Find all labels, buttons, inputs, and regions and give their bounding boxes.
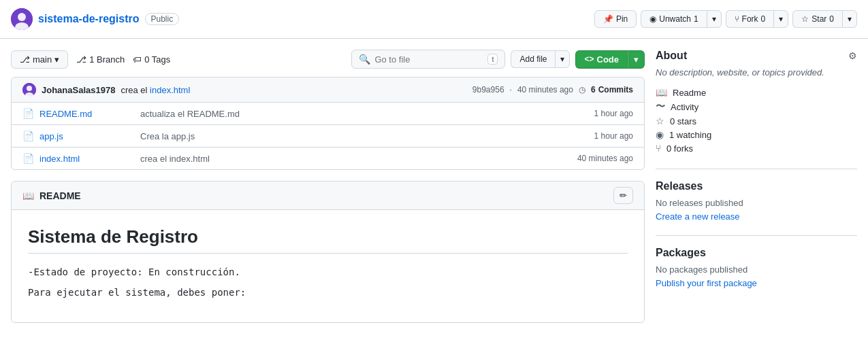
commit-username[interactable]: JohanaSalas1978: [42, 85, 115, 95]
file-name-link[interactable]: index.html: [39, 154, 135, 164]
file-name-link[interactable]: app.js: [39, 131, 135, 141]
watch-dropdown-button[interactable]: ▾: [707, 10, 722, 28]
sidebar-divider: [656, 169, 857, 169]
fork-group: ⑂ Fork 0 ▾: [726, 10, 789, 28]
file-time: 1 hour ago: [594, 131, 633, 141]
svg-point-1: [18, 13, 26, 21]
commits-count: 6: [591, 85, 596, 94]
repo-content: ⎇ main ▾ ⎇ 1 Branch 🏷 0 Tags 🔍 t: [11, 50, 645, 323]
add-file-chevron: ▾: [560, 54, 564, 64]
commit-hash[interactable]: 9b9a956: [472, 85, 504, 94]
readme-title: 📖 README: [22, 190, 81, 201]
tag-count-link[interactable]: 🏷 0 Tags: [133, 54, 170, 65]
star-dropdown-button[interactable]: ▾: [842, 10, 857, 28]
star-count: 0: [829, 14, 834, 24]
file-name-link[interactable]: README.md: [39, 109, 135, 119]
repo-name[interactable]: sistema-de-registro: [38, 13, 140, 25]
code-group: <> Code ▾: [575, 50, 645, 69]
repo-header: sistema-de-registro Public 📌 Pin ◉ Unwat…: [0, 0, 868, 39]
branch-link-label: 1 Branch: [89, 54, 125, 65]
star-button[interactable]: ☆ Star 0: [792, 10, 842, 28]
edit-readme-button[interactable]: ✏: [613, 187, 633, 204]
code-dropdown[interactable]: ▾: [628, 50, 645, 69]
watch-button[interactable]: ◉ Unwatch 1: [641, 10, 706, 28]
readme-line2: Para ejecutar el sistema, debes poner:: [28, 285, 628, 300]
file-commit-msg: actualiza el README.md: [140, 109, 589, 119]
toolbar-row: ⎇ main ▾ ⎇ 1 Branch 🏷 0 Tags 🔍 t: [11, 50, 645, 69]
packages-section: Packages No packages published Publish y…: [656, 247, 857, 288]
commit-bar: JohanaSalas1978 crea el index.html 9b9a9…: [12, 78, 644, 103]
add-file-button[interactable]: Add file: [511, 50, 555, 68]
search-input[interactable]: [374, 54, 483, 65]
branch-count-link[interactable]: ⎇ 1 Branch: [76, 54, 125, 65]
commit-message-link[interactable]: index.html: [150, 85, 190, 95]
file-commit-link[interactable]: index.html: [170, 154, 210, 164]
publish-package-link[interactable]: Publish your first package: [656, 278, 757, 288]
branch-name: main: [33, 54, 52, 65]
commit-message: crea el index.html: [120, 85, 190, 95]
table-row: 📄 index.html crea el index.html 40 minut…: [12, 148, 644, 169]
about-description: No description, website, or topics provi…: [656, 67, 857, 78]
activity-sidebar-link[interactable]: 〜 Activity: [656, 99, 857, 114]
gear-icon[interactable]: ⚙: [848, 50, 857, 61]
pin-button[interactable]: 📌 Pin: [594, 10, 637, 28]
svg-point-4: [27, 86, 32, 91]
commit-bar-left: JohanaSalas1978 crea el index.html: [22, 83, 190, 97]
activity-sidebar-label: Activity: [671, 102, 698, 112]
branch-selector[interactable]: ⎇ main ▾: [11, 50, 68, 69]
commit-separator: ·: [510, 85, 512, 94]
about-header: About ⚙: [656, 50, 857, 62]
branch-chevron: ▾: [54, 54, 59, 65]
readme-box: 📖 README ✏ Sistema de Registro -Estado d…: [11, 181, 645, 323]
fork-button[interactable]: ⑂ Fork 0: [726, 10, 774, 28]
add-file-group: Add file ▾: [511, 50, 570, 68]
readme-sidebar-label: Readme: [673, 88, 706, 98]
eye-sidebar-icon: ◉: [656, 129, 664, 140]
fork-label: Fork: [742, 14, 758, 24]
eye-icon: ◉: [649, 14, 656, 24]
watching-label: 1 watching: [669, 130, 711, 140]
readme-title-text: README: [39, 190, 81, 201]
forks-sidebar-link[interactable]: ⑂ 0 forks: [656, 141, 857, 155]
stars-label: 0 stars: [670, 116, 696, 126]
file-icon: 📄: [22, 108, 34, 119]
star-icon: ☆: [801, 14, 809, 24]
file-commit-link[interactable]: README.md: [187, 109, 240, 119]
commit-avatar: [22, 83, 36, 97]
add-file-dropdown[interactable]: ▾: [555, 50, 570, 68]
watch-count: 1: [694, 14, 698, 24]
watch-chevron-icon: ▾: [712, 14, 716, 24]
fork-sidebar-icon: ⑂: [656, 143, 661, 154]
file-commit-msg: crea el index.html: [140, 154, 572, 164]
code-chevron: ▾: [634, 54, 639, 65]
file-table: JohanaSalas1978 crea el index.html 9b9a9…: [11, 77, 645, 170]
file-time: 40 minutes ago: [577, 154, 633, 163]
code-icon: <>: [584, 54, 594, 64]
readme-sidebar-link[interactable]: 📖 Readme: [656, 86, 857, 99]
star-chevron-icon: ▾: [848, 14, 852, 24]
commit-time: 40 minutes ago: [517, 85, 573, 94]
tag-icon: 🏷: [133, 54, 142, 65]
file-commit-msg: Crea la app.js: [140, 131, 589, 141]
commits-count-link[interactable]: 6 Commits: [591, 85, 633, 94]
commits-label: Commits: [598, 85, 633, 94]
watch-label: Unwatch: [659, 14, 691, 24]
fork-count: 0: [761, 14, 766, 24]
goto-file-search: 🔍 t: [351, 50, 505, 69]
create-release-link[interactable]: Create a new release: [656, 211, 740, 222]
activity-icon: 〜: [656, 101, 665, 113]
sidebar-divider-2: [656, 235, 857, 236]
star-group: ☆ Star 0 ▾: [792, 10, 857, 28]
book-icon: 📖: [22, 190, 34, 201]
header-actions: 📌 Pin ◉ Unwatch 1 ▾ ⑂ Fork 0 ▾: [594, 10, 857, 28]
readme-heading: Sistema de Registro: [28, 226, 628, 254]
fork-dropdown-button[interactable]: ▾: [773, 10, 788, 28]
stars-sidebar-link[interactable]: ☆ 0 stars: [656, 114, 857, 128]
code-button[interactable]: <> Code: [575, 50, 628, 69]
fork-icon: ⑂: [735, 14, 739, 24]
readme-content: Sistema de Registro -Estado de proyecto:…: [12, 210, 644, 322]
add-file-label: Add file: [519, 54, 547, 64]
watching-sidebar-link[interactable]: ◉ 1 watching: [656, 128, 857, 141]
pencil-icon: ✏: [620, 190, 627, 201]
visibility-badge: Public: [145, 13, 180, 25]
